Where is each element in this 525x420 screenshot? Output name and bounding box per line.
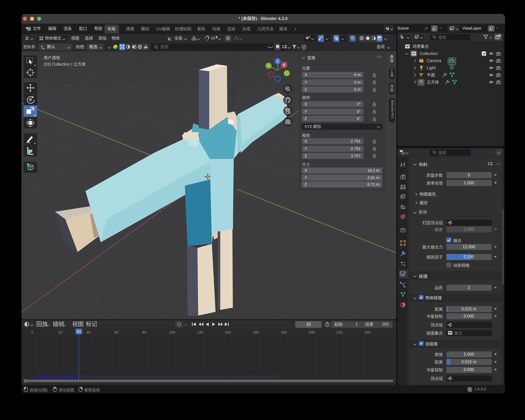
svg-text:Y: Y <box>267 64 270 67</box>
svg-text:Z: Z <box>277 59 279 63</box>
svg-text:X: X <box>283 63 285 67</box>
